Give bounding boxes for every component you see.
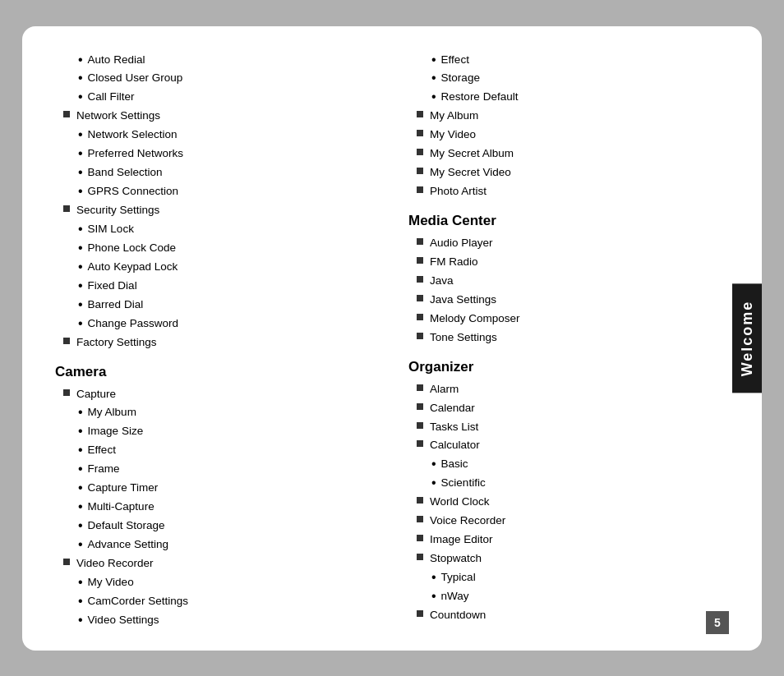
media-center-menu-list: Audio PlayerFM RadioJavaJava SettingsMel… (408, 234, 729, 347)
item-text: Network Settings (76, 107, 160, 126)
square-bullet-icon (417, 257, 423, 264)
item-text: Fixed Dial (88, 277, 137, 296)
list-item: Tasks List (408, 418, 729, 437)
item-text: Band Selection (88, 163, 163, 182)
item-text: Calendar (430, 399, 475, 418)
dot-bullet-icon: • (431, 455, 436, 473)
list-item: •CamCorder Settings (55, 592, 376, 611)
top-menu-list: •Auto Redial•Closed User Group•Call Filt… (55, 51, 376, 352)
dot-bullet-icon: • (78, 573, 83, 591)
dot-bullet-icon: • (78, 517, 83, 535)
square-bullet-icon (417, 403, 423, 410)
list-item: Stopwatch (408, 550, 729, 568)
item-text: Capture Timer (88, 479, 159, 498)
square-bullet-icon (417, 314, 423, 320)
list-item: Image Editor (408, 531, 729, 550)
list-item: My Secret Video (408, 163, 729, 182)
item-text: My Secret Album (430, 145, 514, 163)
content-area: •Auto Redial•Closed User Group•Call Filt… (22, 26, 762, 651)
item-text: Java (430, 272, 454, 291)
dot-bullet-icon: • (78, 315, 83, 333)
item-text: Tone Settings (430, 329, 497, 347)
page-container: •Auto Redial•Closed User Group•Call Filt… (22, 26, 762, 651)
list-item: •Default Storage (55, 517, 376, 536)
list-item: •Typical (408, 568, 729, 587)
square-bullet-icon (417, 440, 423, 447)
list-item: Java (408, 272, 729, 291)
item-text: Photo Artist (430, 182, 487, 201)
list-item: •Band Selection (55, 163, 376, 182)
square-bullet-icon (417, 111, 423, 117)
item-text: Change Password (88, 315, 178, 333)
list-item: •Barred Dial (55, 296, 376, 315)
item-text: FM Radio (430, 253, 478, 272)
item-text: SIM Lock (88, 220, 134, 239)
dot-bullet-icon: • (78, 460, 83, 478)
item-text: Advance Setting (88, 536, 168, 554)
dot-bullet-icon: • (78, 88, 83, 106)
item-text: CamCorder Settings (88, 592, 188, 611)
list-item: •Auto Keypad Lock (55, 258, 376, 277)
item-text: Effect (88, 441, 116, 460)
square-bullet-icon (63, 111, 70, 117)
list-item: •Effect (55, 441, 376, 460)
item-text: Capture (76, 385, 116, 404)
item-text: Restore Default (441, 88, 519, 107)
list-item: •Capture Timer (55, 479, 376, 498)
square-bullet-icon (417, 333, 423, 339)
square-bullet-icon (417, 497, 423, 504)
item-text: Multi-Capture (88, 498, 154, 517)
dot-bullet-icon: • (431, 51, 436, 69)
item-text: Security Settings (76, 201, 159, 220)
list-item: •GPRS Connection (55, 182, 376, 201)
item-text: Video Settings (88, 611, 159, 630)
item-text: Network Selection (88, 126, 178, 145)
square-bullet-icon (417, 130, 423, 136)
list-item: Capture (55, 385, 376, 404)
dot-bullet-icon: • (431, 474, 436, 492)
dot-bullet-icon: • (431, 568, 436, 586)
list-item: •Change Password (55, 315, 376, 333)
item-text: Java Settings (430, 291, 496, 310)
item-text: Typical (441, 568, 476, 587)
square-bullet-icon (417, 149, 423, 155)
square-bullet-icon (63, 559, 70, 565)
list-item: •Multi-Capture (55, 498, 376, 517)
dot-bullet-icon: • (78, 126, 83, 144)
list-item: •Closed User Group (55, 69, 376, 88)
square-bullet-icon (63, 338, 70, 344)
dot-bullet-icon: • (78, 277, 83, 295)
list-item: Countdown (408, 606, 729, 625)
list-item: •Preferred Networks (55, 145, 376, 163)
square-bullet-icon (417, 516, 423, 522)
camera-heading: Camera (55, 364, 376, 380)
item-text: Closed User Group (88, 69, 183, 88)
list-item: Calculator (408, 436, 729, 455)
item-text: Storage (441, 69, 480, 88)
dot-bullet-icon: • (431, 587, 436, 605)
item-text: Call Filter (88, 88, 135, 107)
dot-bullet-icon: • (78, 239, 83, 257)
square-bullet-icon (417, 535, 423, 541)
item-text: Image Editor (430, 531, 493, 550)
left-column: •Auto Redial•Closed User Group•Call Filt… (55, 51, 392, 626)
list-item: •Call Filter (55, 88, 376, 107)
list-item: Photo Artist (408, 182, 729, 201)
list-item: World Clock (408, 493, 729, 512)
list-item: Melody Composer (408, 310, 729, 329)
item-text: Scientific (441, 474, 486, 493)
item-text: Audio Player (430, 234, 493, 253)
item-text: Phone Lock Code (88, 239, 176, 258)
list-item: •Auto Redial (55, 51, 376, 70)
dot-bullet-icon: • (78, 479, 83, 497)
dot-bullet-icon: • (78, 611, 83, 629)
item-text: Effect (441, 51, 469, 70)
dot-bullet-icon: • (78, 145, 83, 163)
page-number: 5 (706, 611, 729, 634)
dot-bullet-icon: • (431, 69, 436, 87)
square-bullet-icon (417, 554, 423, 560)
list-item: •nWay (408, 587, 729, 606)
dot-bullet-icon: • (78, 51, 83, 69)
square-bullet-icon (63, 205, 70, 212)
item-text: Melody Composer (430, 310, 520, 329)
